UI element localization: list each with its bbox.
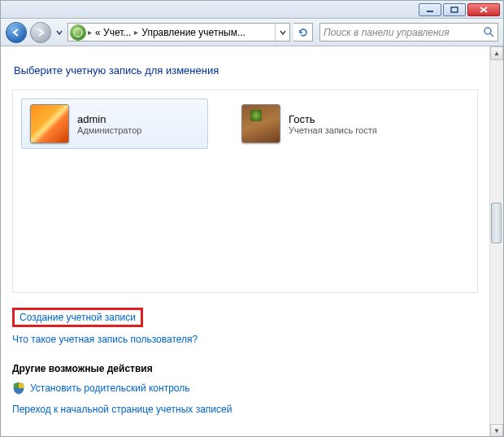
minimize-button[interactable]: [419, 3, 441, 16]
nav-history-dropdown[interactable]: [54, 22, 64, 43]
titlebar: [1, 1, 503, 19]
svg-rect-1: [451, 7, 458, 12]
breadcrumb-seg-1[interactable]: « Учет...: [92, 27, 134, 38]
whatis-account-link[interactable]: Что такое учетная запись пользователя?: [12, 334, 198, 345]
content-area: Выберите учетную запись для изменения ad…: [1, 46, 503, 437]
svg-point-5: [484, 28, 491, 34]
account-role: Администратор: [77, 125, 141, 135]
shield-icon: [12, 382, 25, 395]
search-input[interactable]: Поиск в панели управления: [319, 23, 498, 42]
scroll-thumb[interactable]: [491, 203, 502, 243]
links-block: Создание учетной записи Что такое учетна…: [12, 304, 478, 348]
other-actions-title: Другие возможные действия: [12, 363, 478, 374]
scroll-down-button[interactable]: ▼: [490, 424, 503, 437]
scroll-up-button[interactable]: ▲: [490, 46, 503, 60]
parental-control-row: Установить родительский контроль: [12, 379, 478, 397]
refresh-button[interactable]: [293, 23, 313, 42]
close-button[interactable]: [467, 3, 500, 16]
account-admin[interactable]: admin Администратор: [21, 98, 208, 149]
control-panel-icon: [70, 24, 86, 41]
address-bar-row: ▸ « Учет... ▸ Управление учетным... Поис…: [1, 19, 503, 46]
forward-button[interactable]: [30, 22, 51, 43]
account-role: Учетная запись гостя: [289, 125, 377, 135]
avatar: [30, 104, 69, 143]
vertical-scrollbar[interactable]: ▲ ▼: [489, 46, 503, 437]
search-placeholder: Поиск в панели управления: [324, 27, 450, 38]
accounts-container: admin Администратор Гость Учетная запись…: [12, 90, 478, 293]
breadcrumb-dropdown[interactable]: [275, 24, 289, 41]
breadcrumb-seg-2[interactable]: Управление учетным...: [138, 27, 249, 38]
back-button[interactable]: [6, 22, 27, 43]
avatar: [241, 104, 280, 143]
search-icon: [483, 26, 494, 40]
account-name: Гость: [289, 113, 377, 125]
parental-control-link[interactable]: Установить родительский контроль: [30, 382, 190, 394]
svg-line-6: [490, 33, 493, 37]
maximize-button[interactable]: [443, 3, 466, 16]
page-title: Выберите учетную запись для изменения: [14, 64, 478, 76]
breadcrumb[interactable]: ▸ « Учет... ▸ Управление учетным...: [67, 23, 290, 42]
main-panel: Выберите учетную запись для изменения ad…: [1, 46, 489, 437]
go-home-link[interactable]: Переход к начальной странице учетных зап…: [12, 404, 232, 415]
account-name: admin: [77, 113, 141, 125]
svg-point-4: [74, 28, 82, 37]
account-guest[interactable]: Гость Учетная запись гостя: [232, 98, 419, 149]
create-account-link[interactable]: Создание учетной записи: [12, 308, 143, 327]
go-home-row: Переход к начальной странице учетных зап…: [12, 400, 478, 418]
